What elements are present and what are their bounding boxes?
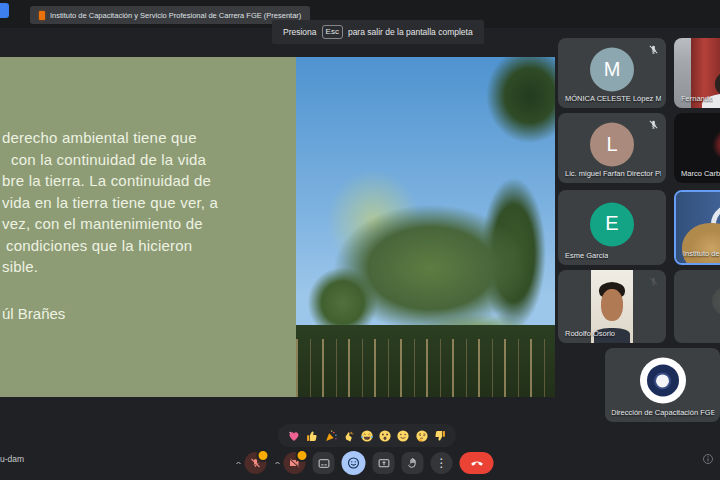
participant-tile-instituto[interactable]: Instituto de C...: [674, 190, 720, 265]
captions-button[interactable]: [313, 452, 335, 474]
smile-icon: [347, 456, 361, 470]
participant-tile-esme[interactable]: E Esme Garcia: [558, 190, 666, 265]
toast-prefix: Presiona: [283, 27, 317, 37]
thumbs-up-icon[interactable]: [305, 429, 319, 443]
participant-tile-direccion[interactable]: Dirección de Capacitación FGE: [605, 348, 720, 422]
raise-hand-button[interactable]: [402, 452, 424, 474]
quote-line: vez, con el mantenimiento de: [2, 213, 218, 235]
call-end-icon: [469, 456, 484, 471]
present-screen-icon: [377, 457, 390, 470]
present-screen-button[interactable]: [373, 452, 395, 474]
captions-icon: [317, 457, 330, 470]
participant-tile-fernando[interactable]: Fernando: [674, 38, 720, 108]
info-icon[interactable]: [702, 453, 714, 465]
participant-tile-overflow[interactable]: 7: [674, 270, 720, 343]
meet-fullscreen-window: Instituto de Capacitación y Servicio Pro…: [0, 0, 720, 480]
slide-trees-photo: [296, 57, 555, 397]
participant-name: Marco Carbaj...: [681, 169, 720, 178]
participant-name: Esme Garcia: [565, 251, 608, 260]
video-frame: 7: [674, 270, 720, 343]
mic-alert-badge: [257, 449, 270, 462]
quote-line: derecho ambiental tiene que: [2, 127, 218, 149]
participant-tile-marco[interactable]: Marco Carbaj...: [674, 113, 720, 183]
camera-button[interactable]: [284, 452, 306, 474]
participant-name: Instituto de C...: [683, 249, 720, 258]
tree-canopy: [296, 135, 555, 350]
person: [601, 289, 624, 321]
clapping-hands-icon[interactable]: [342, 429, 356, 443]
fullscreen-exit-toast: Presiona Esc para salir de la pantalla c…: [272, 20, 484, 44]
toast-suffix: para salir de la pantalla completa: [348, 27, 473, 37]
participant-tile-miguel[interactable]: L Lic. miguel Farfan Director PD...: [558, 113, 666, 183]
quote-author: úl Brañes: [2, 305, 65, 322]
reactions-button[interactable]: [342, 451, 366, 475]
mic-off-icon: [648, 44, 659, 55]
call-controls: ⋮: [235, 451, 494, 475]
meeting-code: u-dam: [0, 454, 24, 464]
quote-line: condiciones que la hicieron: [6, 235, 218, 257]
more-options-button[interactable]: ⋮: [431, 452, 453, 474]
participant-tile-rodolfo[interactable]: Rodolfo Osorio: [558, 270, 666, 343]
raise-hand-icon: [406, 457, 419, 470]
avatar: [712, 286, 720, 316]
slide-quote-text: derecho ambiental tiene que con la conti…: [2, 127, 218, 278]
participant-name: Dirección de Capacitación FGE: [611, 408, 714, 417]
slide-quote-panel: derecho ambiental tiene que con la conti…: [0, 57, 296, 397]
quote-line: con la continuidad de la vida: [11, 149, 218, 171]
astonished-face-icon[interactable]: [378, 429, 392, 443]
presenting-icon: [39, 11, 45, 20]
tree-trunks: [296, 339, 555, 397]
sparkling-heart-icon[interactable]: [287, 429, 301, 443]
seal-logo: [640, 357, 686, 403]
esc-keycap: Esc: [322, 25, 343, 39]
avatar: L: [590, 122, 634, 166]
participant-name: Fernando: [681, 94, 713, 103]
party-popper-icon[interactable]: [324, 429, 338, 443]
mic-button[interactable]: [245, 452, 267, 474]
quote-line: bre la tierra. La continuidad de: [2, 170, 218, 192]
shared-presentation: derecho ambiental tiene que con la conti…: [0, 57, 555, 397]
camera-options-chevron-icon[interactable]: [274, 459, 282, 467]
avatar: M: [590, 47, 634, 91]
presentation-tab[interactable]: Instituto de Capacitación y Servicio Pro…: [30, 6, 310, 24]
quote-line: vida en la tierra tiene que ver, a: [2, 192, 218, 214]
browser-app-icon[interactable]: [0, 3, 9, 18]
leave-call-button[interactable]: [460, 452, 494, 474]
tab-title: Instituto de Capacitación y Servicio Pro…: [50, 11, 301, 20]
reactions-bar: [278, 424, 456, 447]
mic-off-icon: [648, 276, 659, 287]
participant-tile-monica[interactable]: M MÓNICA CELESTE López Mar...: [558, 38, 666, 108]
participant-name: MÓNICA CELESTE López Mar...: [565, 94, 661, 103]
mic-options-chevron-icon[interactable]: [235, 459, 243, 467]
participant-name: Rodolfo Osorio: [565, 329, 615, 338]
mic-off-icon: [648, 119, 659, 130]
avatar: E: [590, 202, 634, 246]
face-with-tears-of-joy-icon[interactable]: [360, 429, 374, 443]
participant-name: Lic. miguel Farfan Director PD...: [565, 169, 661, 178]
quote-line: sible.: [2, 256, 218, 278]
thinking-face-icon[interactable]: [415, 429, 429, 443]
slightly-smiling-face-icon[interactable]: [396, 429, 410, 443]
thumbs-down-icon[interactable]: [433, 429, 447, 443]
camera-alert-badge: [296, 449, 309, 462]
